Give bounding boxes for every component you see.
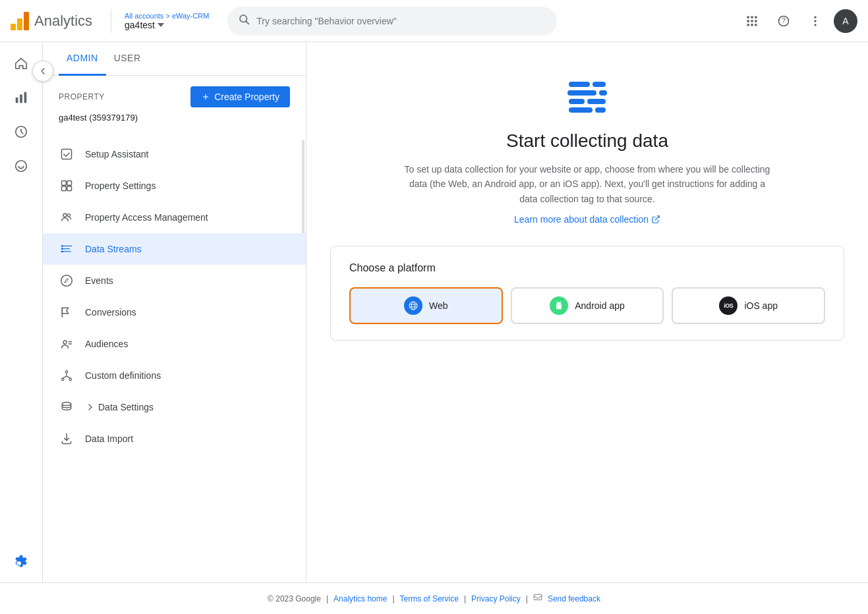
icon-nav xyxy=(0,42,43,582)
left-panel: ADMIN USER Property Create Property ga4t… xyxy=(43,42,306,582)
footer: © 2023 Google | Analytics home | Terms o… xyxy=(0,582,868,614)
svg-rect-4 xyxy=(755,16,757,18)
footer-terms[interactable]: Terms of Service xyxy=(400,594,459,603)
svg-rect-16 xyxy=(16,98,18,103)
android-icon xyxy=(550,296,568,315)
back-button[interactable] xyxy=(32,61,53,82)
tab-user[interactable]: USER xyxy=(106,42,149,76)
web-icon xyxy=(404,296,422,315)
platform-section-title: Choose a platform xyxy=(349,262,825,274)
svg-rect-28 xyxy=(61,245,63,247)
svg-rect-29 xyxy=(61,248,63,250)
platform-ios-button[interactable]: iOS iOS app xyxy=(672,287,825,324)
main-layout: ADMIN USER Property Create Property ga4t… xyxy=(0,42,868,582)
nav-explore[interactable] xyxy=(5,116,37,148)
svg-point-14 xyxy=(814,20,816,22)
footer-feedback[interactable]: Send feedback xyxy=(548,594,600,603)
svg-rect-18 xyxy=(24,92,27,103)
svg-rect-25 xyxy=(67,186,72,191)
search-bar[interactable] xyxy=(227,7,557,36)
content-title: Start collecting data xyxy=(506,130,668,152)
nav-advertising[interactable] xyxy=(5,150,37,182)
footer-analytics-home[interactable]: Analytics home xyxy=(333,594,387,603)
help-button[interactable]: ? xyxy=(770,8,797,34)
platform-card: Choose a platform Web Android app xyxy=(330,246,844,341)
svg-point-38 xyxy=(62,378,64,380)
svg-rect-3 xyxy=(751,16,753,18)
nav-item-property-settings-label: Property Settings xyxy=(85,181,156,191)
nav-item-property-access[interactable]: Property Access Management xyxy=(43,202,306,233)
admin-tabs: ADMIN USER xyxy=(43,42,306,76)
nav-item-data-import-label: Data Import xyxy=(85,433,133,444)
svg-rect-21 xyxy=(62,150,72,159)
svg-point-43 xyxy=(62,403,71,406)
more-options-button[interactable] xyxy=(802,8,828,34)
svg-rect-24 xyxy=(62,186,67,191)
svg-point-46 xyxy=(411,302,415,310)
nav-item-setup-assistant[interactable]: Setup Assistant xyxy=(43,138,306,170)
svg-point-34 xyxy=(63,341,67,344)
nav-item-conversions[interactable]: Conversions xyxy=(43,296,306,328)
search-input[interactable] xyxy=(256,16,546,26)
platform-android-button[interactable]: Android app xyxy=(511,287,664,324)
svg-point-51 xyxy=(558,304,558,304)
nav-item-audiences-label: Audiences xyxy=(85,339,128,349)
learn-more-link[interactable]: Learn more about data collection xyxy=(514,214,660,225)
create-property-button[interactable]: Create Property xyxy=(190,86,290,107)
nav-item-custom-definitions-label: Custom definitions xyxy=(85,370,161,381)
nav-item-audiences[interactable]: Audiences xyxy=(43,328,306,360)
tab-admin[interactable]: ADMIN xyxy=(59,42,106,76)
nav-item-setup-assistant-label: Setup Assistant xyxy=(85,149,149,159)
svg-point-26 xyxy=(63,213,67,217)
nav-item-data-import[interactable]: Data Import xyxy=(43,423,306,455)
svg-rect-6 xyxy=(751,20,753,22)
apps-button[interactable] xyxy=(739,8,765,34)
svg-point-39 xyxy=(69,378,71,380)
header-actions: ? A xyxy=(739,8,857,34)
nav-item-property-settings[interactable]: Property Settings xyxy=(43,170,306,202)
search-icon xyxy=(238,13,250,28)
property-section: Property Create Property ga4test (359379… xyxy=(43,76,306,133)
svg-rect-5 xyxy=(747,20,749,22)
platform-web-button[interactable]: Web xyxy=(349,287,503,324)
footer-copyright: © 2023 Google xyxy=(268,594,321,603)
svg-rect-10 xyxy=(755,24,757,26)
account-name: ga4test xyxy=(125,20,209,30)
data-settings-icon xyxy=(59,399,74,415)
svg-rect-22 xyxy=(62,181,67,186)
nav-settings[interactable] xyxy=(5,551,37,582)
avatar[interactable]: A xyxy=(834,9,857,33)
svg-rect-17 xyxy=(20,94,22,103)
svg-line-42 xyxy=(67,376,71,378)
svg-point-52 xyxy=(560,304,561,304)
logo-bars xyxy=(11,12,29,30)
ios-icon: iOS xyxy=(719,296,738,315)
nav-item-conversions-label: Conversions xyxy=(85,307,136,318)
nav-item-data-settings-label: Data Settings xyxy=(98,402,154,412)
nav-item-custom-definitions[interactable]: Custom definitions xyxy=(43,360,306,391)
nav-item-data-settings[interactable]: Data Settings xyxy=(43,391,306,423)
svg-rect-2 xyxy=(747,16,749,18)
svg-line-49 xyxy=(557,302,558,302)
logo: Analytics xyxy=(11,12,92,30)
svg-rect-7 xyxy=(755,20,757,22)
content-panel: Start collecting data To set up data col… xyxy=(306,42,868,582)
nav-item-events[interactable]: Events xyxy=(43,265,306,296)
svg-line-44 xyxy=(655,216,659,220)
header: Analytics All accounts > eWay-CRM ga4tes… xyxy=(0,0,868,42)
footer-privacy[interactable]: Privacy Policy xyxy=(471,594,521,603)
nav-reports[interactable] xyxy=(5,82,37,113)
checkbox-icon xyxy=(59,146,74,162)
header-divider xyxy=(111,9,111,33)
app-name: Analytics xyxy=(34,13,92,30)
data-import-icon xyxy=(59,431,74,447)
svg-point-13 xyxy=(814,16,816,18)
logo-bar-1 xyxy=(11,24,16,30)
nav-item-data-streams[interactable]: Data Streams xyxy=(43,233,306,265)
account-selector[interactable]: All accounts > eWay-CRM ga4test xyxy=(125,12,209,30)
svg-point-45 xyxy=(409,302,417,310)
svg-line-41 xyxy=(63,376,67,378)
content-description: To set up data collection for your websi… xyxy=(403,162,772,206)
svg-text:?: ? xyxy=(782,16,786,24)
logo-bar-3 xyxy=(24,12,29,30)
